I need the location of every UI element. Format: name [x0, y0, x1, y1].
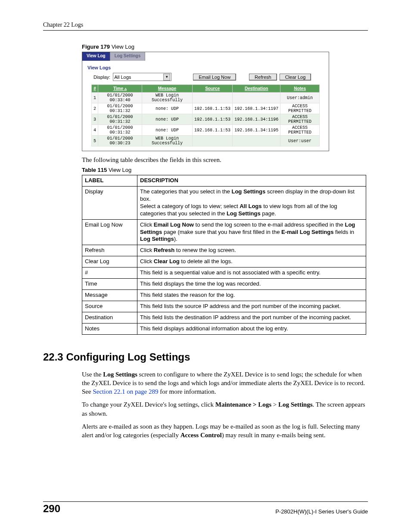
cell-dst: 192.168.1.34:1197 [233, 103, 280, 114]
header-label: LABEL [82, 175, 137, 187]
desc-cell: Click Refresh to renew the log screen. [137, 245, 366, 256]
table-row: Refresh Click Refresh to renew the log s… [82, 245, 366, 256]
refresh-button[interactable]: Refresh [249, 74, 277, 81]
cell-num: 2 [92, 103, 98, 114]
desc-cell: This field displays additional informati… [137, 323, 366, 334]
col-notes[interactable]: Notes [280, 85, 320, 93]
description-table: LABEL DESCRIPTION Display The categories… [82, 175, 366, 334]
figure-title: View Log [110, 44, 134, 50]
display-label: Display: [93, 75, 110, 80]
page-number: 290 [43, 503, 60, 515]
display-select-value: All Logs [114, 75, 131, 80]
cross-reference-link[interactable]: Section 22.1 on page 289 [93, 388, 158, 395]
table-row: Clear Log Click Clear Log to delete all … [82, 256, 366, 268]
cell-src [193, 136, 233, 146]
cell-notes: ACCESS PERMITTED [280, 125, 320, 136]
cell-time: 01/01/2000 00:30:23 [98, 136, 142, 146]
col-destination[interactable]: Destination [233, 85, 280, 93]
cell-dst: 192.168.1.34:1195 [233, 125, 280, 136]
label-cell: Source [82, 301, 137, 312]
label-cell: Message [82, 289, 137, 301]
table-row: 5 01/01/2000 00:30:23 WEB Login Successf… [92, 136, 320, 146]
cell-msg: none: UDP [142, 114, 192, 125]
desc-cell: Click Email Log Now to send the log scre… [137, 219, 366, 245]
table-row: 3 01/01/2000 00:31:32 none: UDP 192.168.… [92, 114, 320, 125]
log-table: # Time ▵ Message Source Destination Note… [91, 84, 320, 146]
desc-cell: Click Clear Log to delete all the logs. [137, 256, 366, 268]
cell-msg: WEB Login Successfully [142, 93, 192, 103]
table-row: Time This field displays the time the lo… [82, 279, 366, 290]
label-cell: Clear Log [82, 256, 137, 268]
table-row: Email Log Now Click Email Log Now to sen… [82, 219, 366, 245]
table-title: View Log [107, 167, 131, 173]
display-select[interactable]: All Logs ▼ [113, 73, 171, 81]
cell-time: 01/01/2000 00:31:32 [98, 125, 142, 136]
table-number: Table 115 [82, 167, 107, 173]
table-row: 4 01/01/2000 00:31:32 none: UDP 192.168.… [92, 125, 320, 136]
cell-notes: ACCESS PERMITTED [280, 114, 320, 125]
table-caption: Table 115 View Log [82, 167, 368, 173]
cell-time: 01/01/2000 00:31:32 [98, 103, 142, 114]
email-log-now-button[interactable]: Email Log Now [193, 74, 236, 81]
col-num[interactable]: # [92, 85, 98, 93]
table-row: # This field is a sequential value and i… [82, 268, 366, 279]
tabs-row: View Log Log Settings [82, 52, 329, 61]
cell-num: 3 [92, 114, 98, 125]
cell-src: 192.168.1.1:53 [193, 125, 233, 136]
cell-num: 4 [92, 125, 98, 136]
cell-msg: none: UDP [142, 125, 192, 136]
clear-log-button[interactable]: Clear Log [280, 74, 311, 81]
label-cell: # [82, 268, 137, 279]
page-footer: 290 P-2802H(W)(L)-I Series User's Guide [43, 501, 368, 515]
col-time[interactable]: Time ▵ [98, 85, 142, 93]
header-description: DESCRIPTION [137, 175, 366, 187]
cell-num: 1 [92, 93, 98, 103]
body-paragraph: Use the Log Settings screen to configure… [82, 370, 366, 396]
desc-cell: This field is a sequential value and is … [137, 268, 366, 279]
label-cell: Destination [82, 312, 137, 323]
cell-msg: WEB Login Successfully [142, 136, 192, 146]
cell-dst: 192.168.1.34:1196 [233, 114, 280, 125]
cell-dst [233, 93, 280, 103]
label-cell: Notes [82, 323, 137, 334]
table-row: Message This field states the reason for… [82, 289, 366, 301]
cell-src [193, 93, 233, 103]
table-row: 1 01/01/2000 00:33:40 WEB Login Successf… [92, 93, 320, 103]
label-cell: Email Log Now [82, 219, 137, 245]
tab-log-settings[interactable]: Log Settings [110, 52, 146, 61]
col-source[interactable]: Source [193, 85, 233, 93]
desc-cell: The categories that you select in the Lo… [137, 187, 366, 220]
desc-cell: This field states the reason for the log… [137, 289, 366, 301]
cell-msg: none: UDP [142, 103, 192, 114]
desc-cell: This field lists the destination IP addr… [137, 312, 366, 323]
table-row: Destination This field lists the destina… [82, 312, 366, 323]
intro-paragraph: The following table describes the fields… [82, 156, 366, 164]
label-cell: Time [82, 279, 137, 290]
body-paragraph: Alerts are e-mailed as soon as they happ… [82, 422, 366, 440]
cell-dst [233, 136, 280, 146]
tab-view-log[interactable]: View Log [82, 52, 110, 61]
body-paragraph: To change your ZyXEL Device's log settin… [82, 400, 366, 418]
screenshot-panel: View Log Log Settings View Logs Display:… [82, 52, 329, 151]
figure-number: Figure 179 [82, 44, 110, 50]
table-row: 2 01/01/2000 00:31:32 none: UDP 192.168.… [92, 103, 320, 114]
cell-time: 01/01/2000 00:31:32 [98, 114, 142, 125]
cell-src: 192.168.1.1:53 [193, 103, 233, 114]
label-cell: Refresh [82, 245, 137, 256]
cell-notes: ACCESS PERMITTED [280, 103, 320, 114]
section-heading: 22.3 Configuring Log Settings [43, 351, 368, 363]
figure-caption: Figure 179 View Log [82, 44, 368, 50]
desc-cell: This field lists the source IP address a… [137, 301, 366, 312]
col-message[interactable]: Message [142, 85, 192, 93]
cell-notes: User:user [280, 136, 320, 146]
cell-time: 01/01/2000 00:33:40 [98, 93, 142, 103]
table-row: Notes This field displays additional inf… [82, 323, 366, 334]
cell-num: 5 [92, 136, 98, 146]
panel-title: View Logs [85, 64, 326, 73]
cell-src: 192.168.1.1:53 [193, 114, 233, 125]
desc-cell: This field displays the time the log was… [137, 279, 366, 290]
footer-guide-title: P-2802H(W)(L)-I Series User's Guide [275, 508, 368, 515]
cell-notes: User:admin [280, 93, 320, 103]
table-row: Source This field lists the source IP ad… [82, 301, 366, 312]
chevron-down-icon: ▼ [163, 74, 170, 81]
